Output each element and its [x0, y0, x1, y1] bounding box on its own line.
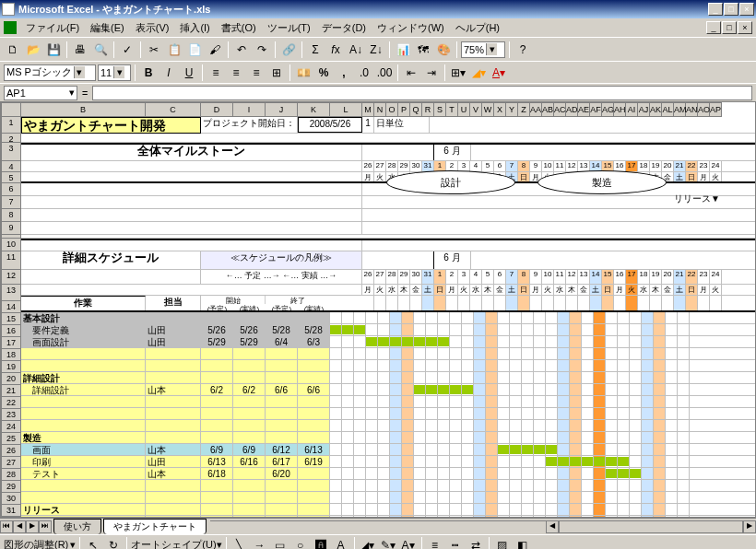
maximize-button[interactable]: □ — [724, 3, 738, 16]
menu-edit[interactable]: 編集(E) — [85, 19, 130, 37]
comma-icon[interactable]: , — [335, 64, 353, 82]
row-header[interactable]: 20 — [1, 373, 21, 385]
col-header[interactable]: N — [374, 102, 386, 117]
row-header[interactable]: 31 — [1, 505, 21, 517]
row-header[interactable]: 18 — [1, 349, 21, 361]
chart-icon[interactable]: 📊 — [394, 41, 412, 59]
row-header[interactable]: 3 — [1, 143, 21, 161]
new-icon[interactable]: 🗋 — [4, 41, 22, 59]
col-header[interactable]: U — [458, 102, 470, 117]
select-all-corner[interactable] — [1, 102, 21, 117]
tab-first-icon[interactable]: ⏮ — [0, 520, 13, 533]
row-header[interactable]: 32 — [1, 517, 21, 518]
row-header[interactable]: 4 — [1, 161, 21, 172]
tab-next-icon[interactable]: ▶ — [26, 520, 39, 533]
row-header[interactable]: 27 — [1, 457, 21, 469]
menu-insert[interactable]: 挿入(I) — [174, 19, 215, 37]
preview-icon[interactable]: 🔍 — [91, 41, 110, 59]
fill-color-icon[interactable]: ◢▾ — [469, 64, 488, 82]
help-icon[interactable]: ? — [514, 41, 532, 59]
col-header[interactable]: P — [398, 102, 410, 117]
font-combo[interactable]: MS Pゴシック▾ — [4, 64, 96, 81]
col-header[interactable]: I — [233, 102, 266, 117]
sheet-tab-gantt[interactable]: やまガントチャート — [103, 519, 207, 534]
col-header[interactable]: X — [494, 102, 506, 117]
row-header[interactable]: 14 — [1, 301, 21, 313]
hscroll-left-icon[interactable]: ◀ — [546, 520, 559, 533]
row-header[interactable]: 24 — [1, 421, 21, 433]
col-header[interactable]: C — [146, 102, 201, 117]
row-header[interactable]: 10 — [1, 239, 21, 251]
currency-icon[interactable]: 💴 — [294, 64, 313, 82]
col-header[interactable]: Q — [410, 102, 422, 117]
col-header[interactable]: AP — [710, 102, 722, 117]
col-header[interactable]: Y — [506, 102, 518, 117]
hscrollbar[interactable] — [559, 520, 743, 533]
menu-data[interactable]: データ(D) — [316, 19, 372, 37]
col-header[interactable]: O — [386, 102, 398, 117]
row-header[interactable]: 29 — [1, 481, 21, 493]
formula-input[interactable] — [92, 86, 752, 100]
spell-icon[interactable]: ✓ — [118, 41, 136, 59]
col-header[interactable]: D — [201, 102, 233, 117]
col-header[interactable]: M — [362, 102, 374, 117]
name-box[interactable]: AP1▾ — [4, 86, 77, 100]
col-header[interactable]: W — [482, 102, 494, 117]
rotate-icon[interactable]: ↻ — [104, 536, 123, 550]
open-icon[interactable]: 📂 — [24, 41, 42, 59]
merge-icon[interactable]: ⊞ — [267, 64, 286, 82]
col-header[interactable]: Z — [518, 102, 530, 117]
3d-icon[interactable]: ◧ — [514, 536, 532, 550]
menu-tools[interactable]: ツール(T) — [262, 19, 316, 37]
row-header[interactable]: 15 — [1, 313, 21, 325]
menu-help[interactable]: ヘルプ(H) — [450, 19, 505, 37]
col-header[interactable]: AM — [674, 102, 686, 117]
autosum-icon[interactable]: Σ — [306, 41, 325, 59]
ellipse-design[interactable]: 設計 — [386, 170, 515, 194]
col-header[interactable]: AO — [698, 102, 710, 117]
menu-file[interactable]: ファイル(F) — [20, 19, 85, 37]
row-header[interactable]: 23 — [1, 409, 21, 421]
inc-indent-icon[interactable]: ⇥ — [422, 64, 441, 82]
col-header[interactable]: T — [446, 102, 458, 117]
row-header[interactable]: 13 — [1, 285, 21, 301]
line-style-icon[interactable]: ≡ — [426, 536, 444, 550]
paste-icon[interactable]: 📄 — [185, 41, 204, 59]
drawing-icon[interactable]: 🎨 — [434, 41, 453, 59]
redo-icon[interactable]: ↷ — [253, 41, 271, 59]
close-button[interactable]: × — [739, 3, 754, 16]
map-icon[interactable]: 🗺 — [414, 41, 432, 59]
align-right-icon[interactable]: ≡ — [247, 64, 266, 82]
col-header[interactable]: B — [21, 102, 146, 117]
col-header[interactable]: AI — [626, 102, 638, 117]
row-header[interactable]: 7 — [1, 196, 21, 209]
undo-icon[interactable]: ↶ — [232, 41, 251, 59]
textbox-icon[interactable]: 🅰 — [312, 536, 330, 550]
col-header[interactable]: AH — [614, 102, 626, 117]
doc-maximize-button[interactable]: □ — [722, 21, 737, 34]
line-icon[interactable]: ╲ — [230, 536, 249, 550]
bold-button[interactable]: B — [139, 64, 158, 82]
copy-icon[interactable]: 📋 — [165, 41, 183, 59]
font-color-icon[interactable]: A▾ — [490, 64, 508, 82]
borders-icon[interactable]: ⊞▾ — [449, 64, 467, 82]
row-header[interactable]: 16 — [1, 325, 21, 337]
wordart-icon[interactable]: A — [332, 536, 350, 550]
draw-menu[interactable]: 図形の調整(R) — [4, 538, 68, 549]
row-header[interactable]: 26 — [1, 445, 21, 457]
col-header[interactable]: AD — [566, 102, 578, 117]
col-header[interactable]: K — [298, 102, 330, 117]
menu-window[interactable]: ウィンドウ(W) — [372, 19, 450, 37]
row-header[interactable]: 6 — [1, 183, 21, 196]
doc-minimize-button[interactable]: _ — [706, 21, 721, 34]
col-header[interactable]: AL — [662, 102, 674, 117]
shadow-icon[interactable]: ▨ — [493, 536, 512, 550]
underline-button[interactable]: U — [180, 64, 198, 82]
line-color-icon[interactable]: ✎▾ — [379, 536, 397, 550]
percent-icon[interactable]: % — [314, 64, 333, 82]
print-icon[interactable]: 🖶 — [71, 41, 89, 59]
fill-icon[interactable]: ◢▾ — [359, 536, 377, 550]
row-header[interactable]: 30 — [1, 493, 21, 505]
row-header[interactable]: 22 — [1, 397, 21, 409]
ellipse-mfg[interactable]: 製造 — [537, 170, 667, 194]
